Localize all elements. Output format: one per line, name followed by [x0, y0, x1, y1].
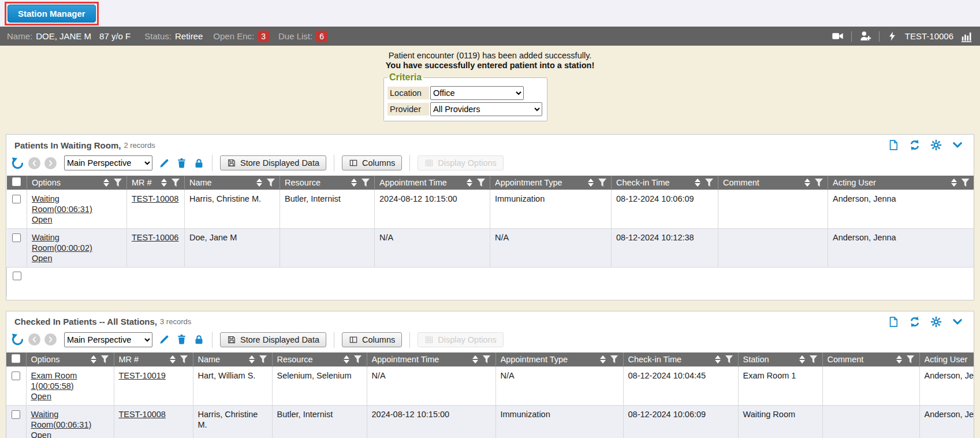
column-header-station[interactable]: Station: [738, 352, 822, 367]
column-header-name[interactable]: Name: [185, 176, 280, 190]
filter-icon[interactable]: [101, 355, 109, 363]
next-perspective-button[interactable]: [44, 333, 57, 346]
sort-icon[interactable]: [161, 178, 167, 187]
provider-select[interactable]: All Providers: [430, 102, 542, 116]
store-displayed-data-button[interactable]: Store Displayed Data: [220, 332, 326, 347]
prev-perspective-button[interactable]: [28, 333, 40, 346]
station-link[interactable]: Exam Room 1(00:05:58): [31, 371, 77, 391]
column-header-comment[interactable]: Comment: [718, 176, 828, 190]
station-link[interactable]: Waiting Room(00:06:31): [32, 194, 92, 214]
column-header-comment[interactable]: Comment: [822, 352, 919, 367]
prev-perspective-button[interactable]: [28, 157, 40, 169]
refresh-icon[interactable]: [909, 316, 921, 328]
column-header-options[interactable]: Options: [26, 352, 114, 367]
filter-icon[interactable]: [483, 355, 491, 363]
mr-link[interactable]: TEST-10019: [119, 371, 166, 380]
bar-chart-icon[interactable]: [961, 30, 973, 42]
sort-icon[interactable]: [715, 355, 721, 364]
column-header-options[interactable]: Options: [27, 176, 127, 190]
sort-icon[interactable]: [256, 178, 262, 187]
delete-trash-icon[interactable]: [176, 334, 187, 345]
perspective-select[interactable]: Main Perspective: [64, 155, 152, 170]
filter-icon[interactable]: [962, 179, 970, 187]
filter-icon[interactable]: [477, 179, 485, 187]
collapse-chevron-icon[interactable]: [952, 316, 963, 328]
lock-icon[interactable]: [193, 158, 204, 169]
filter-icon[interactable]: [725, 355, 733, 363]
sort-icon[interactable]: [600, 355, 606, 364]
column-header-resource[interactable]: Resource: [272, 352, 367, 367]
station-link[interactable]: Waiting Room(00:06:31): [31, 410, 92, 429]
sort-icon[interactable]: [344, 355, 349, 364]
delete-trash-icon[interactable]: [176, 158, 187, 169]
filter-icon[interactable]: [114, 179, 122, 187]
sort-icon[interactable]: [472, 355, 478, 364]
row-checkbox[interactable]: [12, 372, 20, 380]
open-link[interactable]: Open: [32, 215, 52, 224]
columns-button[interactable]: Columns: [342, 332, 402, 347]
undo-icon[interactable]: [11, 333, 24, 346]
station-link[interactable]: Waiting Room(00:00:02): [32, 233, 92, 253]
column-header-resource[interactable]: Resource: [280, 176, 375, 190]
edit-pencil-icon[interactable]: [159, 158, 170, 169]
location-select[interactable]: Office: [430, 86, 524, 100]
sort-icon[interactable]: [804, 178, 810, 187]
filter-icon[interactable]: [354, 355, 362, 363]
lock-icon[interactable]: [193, 334, 204, 345]
open-link[interactable]: Open: [31, 430, 51, 438]
new-page-icon[interactable]: [888, 316, 899, 328]
row-checkbox[interactable]: [12, 195, 21, 203]
column-header-mr[interactable]: MR #: [127, 176, 185, 190]
sort-icon[interactable]: [467, 178, 472, 187]
filter-icon[interactable]: [267, 179, 275, 187]
filter-icon[interactable]: [362, 179, 370, 187]
refresh-icon[interactable]: [909, 139, 921, 151]
sort-icon[interactable]: [695, 178, 700, 187]
lightning-icon[interactable]: [887, 30, 897, 42]
sort-icon[interactable]: [896, 355, 902, 364]
filter-icon[interactable]: [810, 355, 818, 363]
open-link[interactable]: Open: [31, 392, 51, 401]
store-displayed-data-button[interactable]: Store Displayed Data: [220, 155, 326, 170]
sort-icon[interactable]: [103, 178, 109, 187]
add-person-icon[interactable]: [859, 30, 871, 42]
sort-icon[interactable]: [799, 355, 805, 364]
mr-link[interactable]: TEST-10006: [132, 233, 178, 242]
filter-icon[interactable]: [598, 179, 606, 187]
sort-icon[interactable]: [249, 355, 255, 364]
column-header-acting-user[interactable]: Acting User: [919, 352, 974, 367]
video-camera-icon[interactable]: [832, 30, 844, 42]
open-link[interactable]: Open: [32, 254, 52, 263]
filter-icon[interactable]: [610, 355, 618, 363]
sort-icon[interactable]: [951, 178, 957, 187]
filter-icon[interactable]: [705, 179, 713, 187]
column-header-appt-time[interactable]: Appointment Time: [367, 352, 495, 367]
select-all-checkbox[interactable]: [12, 177, 21, 186]
perspective-select[interactable]: Main Perspective: [64, 332, 152, 347]
undo-icon[interactable]: [11, 157, 24, 170]
column-header-name[interactable]: Name: [193, 352, 272, 367]
sort-icon[interactable]: [588, 178, 594, 187]
station-manager-tab[interactable]: Station Manager: [8, 5, 96, 23]
settings-gear-icon[interactable]: [930, 316, 942, 328]
row-checkbox[interactable]: [12, 410, 20, 419]
filter-icon[interactable]: [815, 179, 823, 187]
open-enc-badge[interactable]: 3: [258, 31, 269, 42]
collapse-chevron-icon[interactable]: [952, 139, 963, 151]
filter-icon[interactable]: [907, 355, 915, 363]
mr-link[interactable]: TEST-10008: [119, 410, 166, 419]
column-header-appt-type[interactable]: Appointment Type: [495, 352, 623, 367]
due-list-badge[interactable]: 6: [316, 31, 327, 42]
sort-icon[interactable]: [170, 355, 176, 364]
filter-icon[interactable]: [180, 355, 188, 363]
filter-icon[interactable]: [259, 355, 267, 363]
column-header-appt-type[interactable]: Appointment Type: [490, 176, 612, 190]
new-page-icon[interactable]: [888, 139, 899, 151]
column-header-checkin[interactable]: Check-in Time: [612, 176, 718, 190]
settings-gear-icon[interactable]: [930, 139, 942, 151]
mr-link[interactable]: TEST-10008: [132, 194, 178, 203]
filter-icon[interactable]: [172, 179, 180, 187]
next-perspective-button[interactable]: [44, 157, 57, 169]
column-header-acting-user[interactable]: Acting User: [828, 176, 974, 190]
edit-pencil-icon[interactable]: [159, 334, 170, 345]
